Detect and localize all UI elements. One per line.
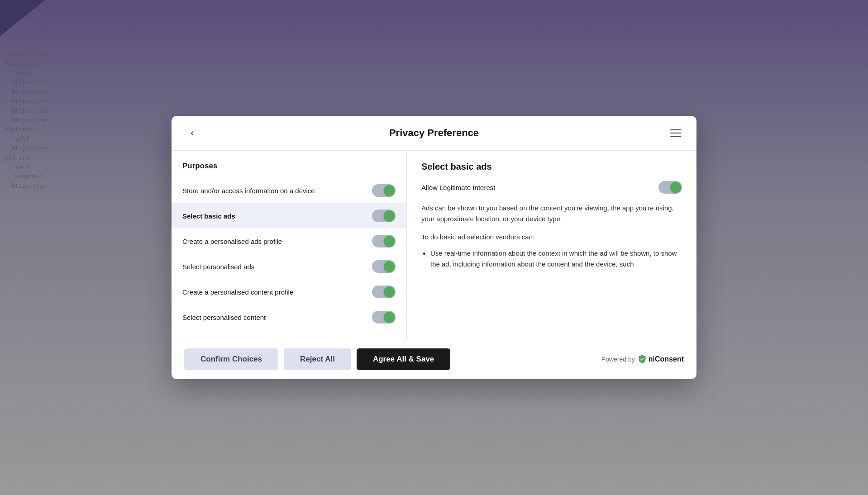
toggle-select-personalised-content[interactable] bbox=[372, 311, 396, 324]
shield-icon bbox=[638, 355, 647, 364]
powered-by: Powered by niConsent bbox=[601, 355, 684, 364]
back-button[interactable]: ‹ bbox=[184, 125, 200, 141]
menu-button[interactable] bbox=[668, 125, 684, 141]
toggle-thumb-personalised-content-profile bbox=[384, 286, 395, 297]
confirm-choices-button[interactable]: Confirm Choices bbox=[184, 348, 278, 370]
purposes-title: Purposes bbox=[172, 162, 406, 178]
brand-label: niConsent bbox=[649, 355, 684, 363]
toggle-thumb-select-personalised-ads bbox=[384, 261, 395, 272]
purpose-label-select-basic-ads: Select basic ads bbox=[182, 212, 372, 220]
modal-overlay: ‹ Privacy Preference Purposes Store and/… bbox=[0, 0, 868, 495]
toggle-thumb-select-basic-ads bbox=[384, 210, 395, 221]
purpose-item-select-personalised-ads[interactable]: Select personalised ads bbox=[172, 254, 406, 279]
detail-description-1: Ads can be shown to you based on the con… bbox=[421, 203, 682, 224]
detail-title: Select basic ads bbox=[421, 162, 682, 172]
toggle-track-select-personalised-content bbox=[372, 311, 396, 324]
purpose-label-personalised-content-profile: Create a personalised content profile bbox=[182, 288, 372, 296]
toggle-thumb-personalised-ads-profile bbox=[384, 236, 395, 247]
toggle-track-personalised-content-profile bbox=[372, 286, 396, 298]
menu-line-3 bbox=[670, 136, 681, 137]
left-panel: Purposes Store and/or access information… bbox=[172, 151, 407, 341]
legitimate-interest-row: Allow Legitimate Interest bbox=[421, 181, 682, 194]
purpose-label-select-personalised-ads: Select personalised ads bbox=[182, 263, 372, 271]
modal-footer: Confirm Choices Reject All Agree All & S… bbox=[172, 341, 696, 379]
agree-all-save-button[interactable]: Agree All & Save bbox=[357, 348, 450, 370]
toggle-track-store-access bbox=[372, 184, 396, 197]
legitimate-interest-thumb bbox=[670, 182, 681, 193]
toggle-thumb-store-access bbox=[384, 185, 395, 196]
modal-header: ‹ Privacy Preference bbox=[172, 116, 696, 151]
toggle-track-personalised-ads-profile bbox=[372, 235, 396, 248]
uniconsent-logo: niConsent bbox=[638, 355, 684, 364]
toggle-select-personalised-ads[interactable] bbox=[372, 260, 396, 273]
toggle-track-select-basic-ads bbox=[372, 209, 396, 222]
privacy-preference-modal: ‹ Privacy Preference Purposes Store and/… bbox=[172, 116, 696, 379]
modal-title: Privacy Preference bbox=[389, 127, 479, 139]
purpose-item-store-access[interactable]: Store and/or access information on a dev… bbox=[172, 178, 406, 203]
toggle-thumb-select-personalised-content bbox=[384, 312, 395, 323]
purpose-label-select-personalised-content: Select personalised content bbox=[182, 314, 372, 321]
purpose-item-select-personalised-content[interactable]: Select personalised content bbox=[172, 305, 406, 330]
menu-line-1 bbox=[670, 129, 681, 130]
purposes-list: Store and/or access information on a dev… bbox=[172, 178, 406, 330]
legitimate-interest-toggle[interactable] bbox=[658, 181, 682, 194]
purpose-label-personalised-ads-profile: Create a personalised ads profile bbox=[182, 238, 372, 245]
powered-by-label: Powered by bbox=[601, 356, 635, 363]
toggle-personalised-ads-profile[interactable] bbox=[372, 235, 396, 248]
toggle-store-access[interactable] bbox=[372, 184, 396, 197]
legitimate-interest-track bbox=[658, 181, 682, 194]
right-panel: Select basic ads Allow Legitimate Intere… bbox=[407, 151, 696, 341]
menu-line-2 bbox=[670, 133, 681, 133]
purpose-item-personalised-content-profile[interactable]: Create a personalised content profile bbox=[172, 279, 406, 305]
toggle-track-select-personalised-ads bbox=[372, 260, 396, 273]
modal-body: Purposes Store and/or access information… bbox=[172, 151, 696, 341]
detail-description-2: To do basic ad selection vendors can: bbox=[421, 232, 682, 243]
purpose-item-select-basic-ads[interactable]: Select basic ads bbox=[172, 203, 406, 228]
purpose-label-store-access: Store and/or access information on a dev… bbox=[182, 187, 372, 195]
toggle-select-basic-ads[interactable] bbox=[372, 209, 396, 222]
footer-buttons: Confirm Choices Reject All Agree All & S… bbox=[184, 348, 450, 370]
purpose-item-personalised-ads-profile[interactable]: Create a personalised ads profile bbox=[172, 228, 406, 254]
detail-list: Use real-time information about the cont… bbox=[421, 248, 682, 270]
detail-list-item: Use real-time information about the cont… bbox=[430, 248, 682, 270]
toggle-personalised-content-profile[interactable] bbox=[372, 286, 396, 298]
legitimate-interest-label: Allow Legitimate Interest bbox=[421, 184, 495, 191]
reject-all-button[interactable]: Reject All bbox=[284, 348, 351, 370]
